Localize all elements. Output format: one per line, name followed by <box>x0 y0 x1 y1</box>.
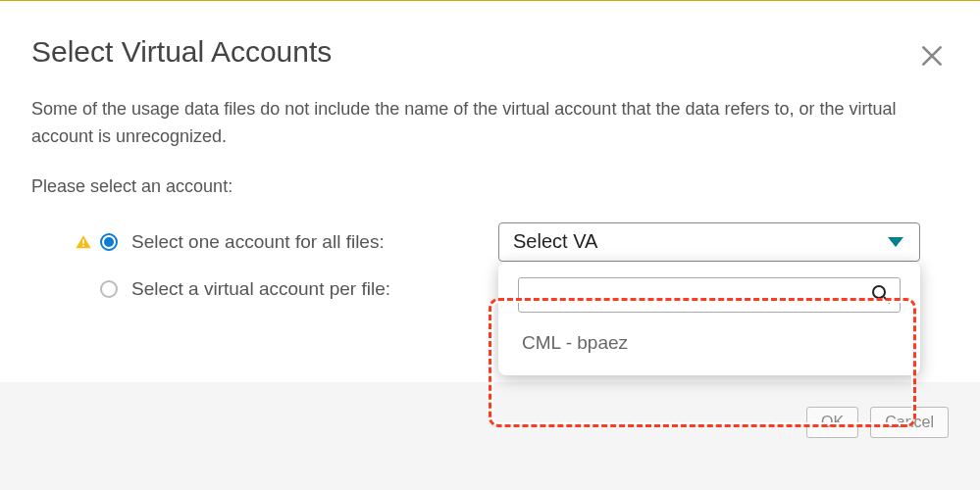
va-select-wrap: Select VA CML - bpaez <box>498 222 920 262</box>
va-select-text: Select VA <box>513 230 597 253</box>
svg-line-5 <box>884 297 890 303</box>
warning-icon-placeholder <box>73 278 94 300</box>
options-group: Select one account for all files: Select… <box>31 219 949 313</box>
svg-rect-3 <box>82 245 84 247</box>
va-dropdown-item[interactable]: CML - bpaez <box>518 330 901 356</box>
option-label-all-files: Select one account for all files: <box>131 231 385 253</box>
close-icon <box>919 43 945 69</box>
svg-point-4 <box>873 286 885 298</box>
va-search-input[interactable] <box>518 277 901 313</box>
warning-icon <box>73 231 94 253</box>
top-border <box>0 0 980 1</box>
va-dropdown: CML - bpaez <box>498 262 920 375</box>
dialog-description: Some of the usage data files do not incl… <box>31 96 949 151</box>
dialog-footer: OK Cancel <box>0 382 980 490</box>
search-icon <box>869 282 893 306</box>
dialog-prompt: Please select an account: <box>31 176 949 197</box>
dialog-root: Select Virtual Accounts Some of the usag… <box>0 0 980 490</box>
ok-button[interactable]: OK <box>806 407 858 438</box>
va-select[interactable]: Select VA <box>498 222 920 262</box>
radio-per-file[interactable] <box>100 280 118 298</box>
radio-all-files[interactable] <box>100 233 118 251</box>
close-button[interactable] <box>919 43 945 69</box>
option-row-all-files: Select one account for all files: Select… <box>31 219 949 266</box>
caret-icon <box>888 237 903 247</box>
dialog-title: Select Virtual Accounts <box>31 35 949 69</box>
option-label-per-file: Select a virtual account per file: <box>131 278 390 300</box>
svg-rect-2 <box>82 239 84 243</box>
cancel-button[interactable]: Cancel <box>870 407 949 438</box>
